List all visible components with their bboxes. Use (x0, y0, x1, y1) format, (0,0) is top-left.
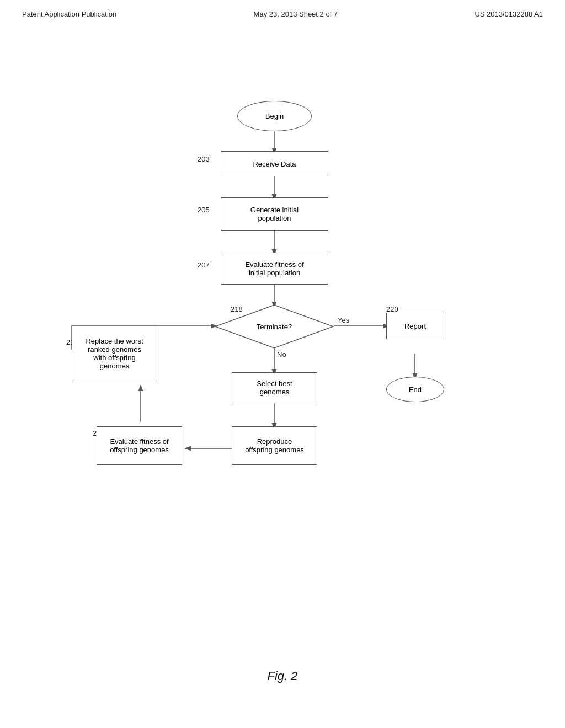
step-220-label: 220 (386, 305, 398, 313)
replace-worst-node: Replace the worst ranked genomes with of… (72, 326, 157, 381)
select-best-node: Select best genomes (232, 372, 317, 403)
header-left: Patent Application Publication (22, 10, 116, 18)
header-right: US 2013/0132288 A1 (475, 10, 543, 18)
header-middle: May 23, 2013 Sheet 2 of 7 (254, 10, 338, 18)
diagram-area: Begin 203 Receive Data 205 Generate init… (0, 24, 565, 658)
begin-node: Begin (237, 101, 312, 131)
report-node: Report (386, 313, 444, 339)
terminate-node: Terminate? (214, 304, 334, 349)
header: Patent Application Publication May 23, 2… (0, 0, 565, 18)
generate-initial-node: Generate initial population (221, 197, 328, 231)
yes-label: Yes (338, 316, 349, 324)
step-203-label: 203 (198, 155, 210, 163)
step-205-label: 205 (198, 206, 210, 214)
evaluate-offspring-node: Evaluate fitness of offspring genomes (97, 426, 182, 465)
receive-data-node: Receive Data (221, 151, 328, 176)
figure-caption: Fig. 2 (0, 669, 565, 683)
reproduce-offspring-node: Reproduce offspring genomes (232, 426, 317, 465)
no-label: No (277, 350, 286, 358)
step-207-label: 207 (198, 261, 210, 269)
end-node: End (386, 377, 444, 402)
evaluate-fitness-initial-node: Evaluate fitness of initial population (221, 253, 328, 285)
